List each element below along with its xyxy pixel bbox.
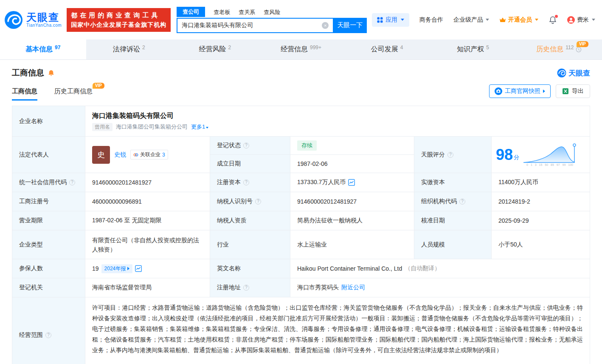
help-icon[interactable]: ? [447, 152, 453, 158]
capital-trend-icon[interactable] [348, 179, 355, 186]
reg-capital-label: 注册资本 ? [210, 173, 290, 192]
search-tab-company[interactable]: 查公司 [177, 7, 205, 17]
notification-bell[interactable] [549, 16, 557, 24]
tab-operation-info[interactable]: 经营信息 999+ [258, 39, 344, 59]
tab-count: 2 [142, 45, 145, 50]
annual-report-badge[interactable]: 2024年报 [101, 264, 133, 273]
banner-line-1: 都在用的商业查询工具 [71, 11, 166, 20]
crown-icon [499, 17, 506, 23]
insured-trend-icon[interactable] [135, 265, 142, 272]
help-icon[interactable]: ? [69, 179, 75, 185]
nav-enterprise-products[interactable]: 企业级产品 [453, 16, 489, 24]
apps-label: 应用 [385, 16, 397, 24]
header-right-nav: 应用 商务合作 企业级产品 开通会员 [372, 13, 595, 27]
legal-rep-label: 法定代表人 [12, 137, 85, 173]
reg-no-value: 460000000096891 [85, 192, 210, 211]
search-button[interactable]: 天眼一下 [333, 18, 367, 33]
nav-business-cooperation[interactable]: 商务合作 [419, 16, 443, 24]
nearby-companies-link[interactable]: 附近公司 [341, 284, 365, 291]
history-clock-icon [576, 47, 582, 53]
table-row: 企业类型 有限责任公司（非自然人投资或控股的法人独资） 行业 水上运输业 人员规… [12, 230, 590, 259]
tab-count: 999+ [310, 45, 321, 50]
excel-icon [562, 88, 569, 95]
help-icon[interactable]: ? [243, 179, 249, 185]
score-cell[interactable]: 98 分 [492, 137, 590, 173]
tab-label: 法律诉讼 [113, 45, 140, 54]
business-info-section: 工商信息 天眼查 工商信息 历史工商信息 VIP [0, 60, 602, 364]
subscribe-bell-icon[interactable] [48, 70, 55, 77]
legal-rep-cell: 史 史锐 关联企业 3 [85, 137, 210, 173]
reg-authority-value: 海南省市场监督管理局 [85, 278, 210, 297]
user-menu[interactable]: 费米 [567, 16, 595, 24]
legal-rep-avatar[interactable]: 史 [92, 146, 110, 164]
nav-open-vip[interactable]: 开通会员 [499, 16, 538, 24]
banner-line-2: 国家中小企业发展子基金旗下机构 [71, 20, 166, 29]
arrow-right-icon [543, 90, 545, 93]
business-term-value: 1987-02-06 至 无固定期限 [85, 211, 210, 230]
legal-rep-name-link[interactable]: 史锐 [114, 151, 126, 159]
subtab-label: 历史工商信息 [54, 87, 93, 95]
help-icon[interactable]: ? [45, 332, 51, 338]
search-input[interactable] [177, 18, 333, 33]
help-icon[interactable]: ? [243, 285, 249, 291]
vip-label: 开通会员 [508, 16, 532, 24]
tab-legal-litigation[interactable]: 法律诉讼 2 [86, 39, 172, 59]
score-unit: 分 [514, 154, 519, 161]
chevron-down-icon [486, 19, 489, 21]
export-button[interactable]: 导出 [556, 84, 590, 98]
search-tabs: 查公司 查老板 查关系 查风险 [177, 7, 367, 17]
search-tab-risk[interactable]: 查风险 [264, 8, 280, 17]
taxpayer-quality-value: 简易办法征收一般纳税人 [290, 211, 414, 230]
clear-search-icon[interactable]: × [322, 22, 329, 29]
tab-count: 5 [486, 45, 489, 50]
help-icon[interactable]: ? [243, 143, 249, 148]
related-companies-badge[interactable]: 关联企业 3 [130, 150, 168, 160]
table-row: 经营范围 ? 许可项目：港口经营；水路普通货物运输；道路货物运输（含危险货物）；… [12, 297, 590, 364]
chevron-down-icon [401, 19, 404, 21]
tab-label: 公司发展 [371, 45, 398, 54]
table-row: 统一社会信用代码 ? 914600002012481927 注册资本 ? 137… [12, 173, 590, 192]
watermark-label: 天眼查 [568, 68, 590, 78]
tab-history-info[interactable]: VIP 历史信息 112 [516, 39, 602, 59]
notification-dot [555, 15, 558, 18]
reg-address-value: 海口市秀英码头 附近公司 [290, 278, 590, 297]
tab-intellectual-property[interactable]: 知识产权 5 [430, 39, 516, 59]
subtab-business-info[interactable]: 工商信息 [12, 82, 37, 101]
tab-company-development[interactable]: 公司发展 4 [344, 39, 430, 59]
tianyancha-logo-icon [4, 11, 23, 29]
help-icon[interactable]: ? [459, 199, 465, 204]
tab-label: 经营信息 [281, 45, 308, 54]
insured-value: 19 2024年报 [85, 259, 210, 278]
search-tab-boss[interactable]: 查老板 [214, 8, 230, 17]
auto-translate-note: （自动翻译） [405, 265, 440, 272]
subtab-history-business-info[interactable]: 历史工商信息 VIP [54, 82, 93, 101]
user-avatar-icon [567, 16, 575, 24]
reg-status-cell: 存续 [290, 137, 414, 155]
tab-label: 基本信息 [25, 45, 53, 54]
tab-count: 97 [55, 45, 60, 50]
tab-count: 2 [228, 45, 231, 50]
more-former-names-link[interactable]: 更多1 [191, 123, 208, 131]
tab-basic-info[interactable]: 基本信息 97 [0, 39, 86, 59]
apps-menu-button[interactable]: 应用 [372, 13, 409, 27]
insured-label: 参保人数 [12, 259, 85, 278]
snapshot-camera-icon [495, 87, 502, 95]
english-name-label: 英文名称 [210, 259, 290, 278]
staff-size-value: 小于50人 [492, 230, 590, 259]
vip-badge: VIP [577, 41, 588, 47]
help-icon[interactable]: ? [255, 199, 261, 204]
score-axis-ticks: 0 1 3 15 50 85 97 99 100 [523, 163, 577, 166]
official-snapshot-button[interactable]: 工商官网快照 [489, 84, 551, 98]
tab-operation-risk[interactable]: 经营风险 2 [172, 39, 258, 59]
company-type-value: 有限责任公司（非自然人投资或控股的法人独资） [85, 230, 210, 259]
tab-label: 经营风险 [199, 45, 226, 54]
search-tab-relation[interactable]: 查关系 [239, 8, 255, 17]
org-code-label: 组织机构代码 ? [414, 192, 492, 211]
status-date-subgrid: 登记状态 ? 存续 成立日期 1987-02-06 [210, 137, 414, 173]
cooperation-label: 商务合作 [419, 16, 443, 24]
company-name: 海口港集装箱码头有限公司 [92, 112, 174, 120]
username-label: 费米 [577, 16, 589, 24]
establish-date-label: 成立日期 [210, 155, 290, 173]
tab-count: 4 [400, 45, 403, 50]
tianyancha-logo[interactable]: 天眼查 TianYanCha.com [4, 11, 62, 29]
